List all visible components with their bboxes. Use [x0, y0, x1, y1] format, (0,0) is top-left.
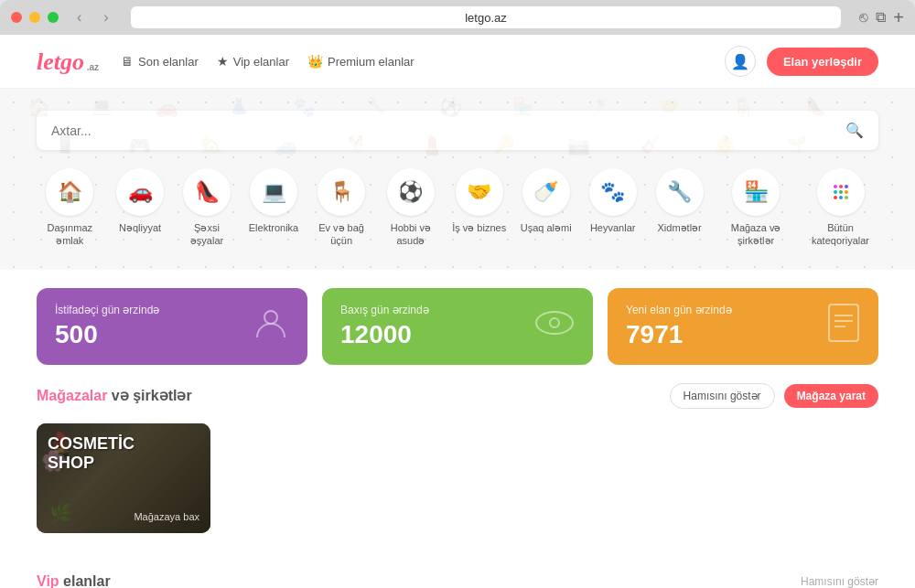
stores-title-suffix: şirkətlər — [133, 388, 191, 403]
category-hobbi[interactable]: ⚽ Hobbi və asudə — [380, 168, 442, 248]
svg-point-7 — [839, 196, 843, 199]
stats-section: İstifadəçi gün ərzində 500 Baxış gün ərz… — [0, 270, 915, 383]
category-is-biznes[interactable]: 🤝 İş və biznes — [449, 168, 509, 248]
hamsi-goster-button[interactable]: Hamısını göstər — [670, 383, 775, 409]
vip-hamsi-label[interactable]: Hamısını göstər — [801, 575, 878, 588]
category-elektronika[interactable]: 💻 Elektronika — [244, 168, 304, 248]
cat-label-hobbi: Hobbi və asudə — [380, 221, 442, 248]
doc-stat-icon — [827, 303, 860, 350]
store-name: COSMETİCSHOP — [48, 434, 199, 474]
cat-label-elektronika: Elektronika — [249, 221, 298, 234]
hero-section: 🏠 💻 🚗 👗 🐾 🔧 ⚽ 🏪 🍼 🤝 🪑 👠 📱 🎮 🏡 🚙 🐕 💄 🔑 — [0, 89, 915, 270]
svg-point-8 — [845, 196, 848, 199]
cat-icon-hobbi: ⚽ — [387, 168, 435, 216]
category-sexsi[interactable]: 👠 Şəxsi əşyalar — [178, 168, 237, 248]
stat-elan-value: 7971 — [626, 320, 732, 349]
svg-point-11 — [550, 318, 559, 327]
stores-header: Mağazalar və şirkətlər Hamısını göstər M… — [37, 383, 878, 409]
user-stat-icon — [253, 305, 289, 348]
svg-point-5 — [845, 190, 848, 194]
browser-window: ‹ › letgo.az ⎋ ⧉ + letgo .az 🖥 Son elanl… — [0, 0, 915, 588]
stores-title: Mağazalar və şirkətlər — [37, 387, 192, 404]
nav-vip-elanlar-label: Vip elanlar — [233, 55, 289, 69]
svg-point-10 — [536, 312, 573, 334]
stores-title-prefix: Mağazalar — [37, 388, 107, 403]
share-button[interactable]: ⎋ — [859, 9, 868, 26]
magaza-yarat-button[interactable]: Mağaza yarat — [784, 384, 878, 408]
logo-text: letgo — [37, 48, 84, 75]
stat-istifadeci-text: İstifadəçi gün ərzində 500 — [55, 304, 159, 349]
stat-baxis-value: 12000 — [340, 320, 429, 349]
cat-label-is-biznes: İş və biznes — [452, 221, 506, 234]
category-dasinmaz[interactable]: 🏠 Daşınmaz əmlak — [37, 168, 103, 248]
cat-label-usaq: Uşaq aləmi — [521, 221, 572, 234]
cat-label-heyvanlar: Heyvanlar — [590, 221, 636, 234]
cat-icon-sexsi: 👠 — [183, 168, 231, 216]
svg-point-6 — [834, 196, 837, 199]
svg-point-3 — [834, 190, 837, 194]
vip-header: Vip elanlar Hamısını göstər — [37, 573, 878, 588]
nav-son-elanlar-label: Son elanlar — [138, 55, 199, 69]
category-usaq[interactable]: 🍼 Uşaq aləmi — [516, 168, 576, 248]
svg-point-4 — [839, 190, 843, 194]
address-bar[interactable]: letgo.az — [131, 6, 842, 28]
duplicate-button[interactable]: ⧉ — [876, 9, 886, 26]
cat-label-ev-bag: Ev və bağ üçün — [311, 221, 372, 248]
category-ev-bag[interactable]: 🪑 Ev və bağ üçün — [311, 168, 372, 248]
star-icon: ★ — [217, 54, 229, 69]
logo-suffix: .az — [87, 63, 99, 72]
cat-label-sexsi: Şəxsi əşyalar — [178, 221, 237, 248]
logo[interactable]: letgo .az — [37, 48, 99, 74]
vip-title-prefix: Vip — [37, 573, 59, 588]
cat-label-butun: Bütün kateqoriyalar — [802, 221, 878, 248]
category-magaza[interactable]: 🏪 Mağaza və şirkətlər — [716, 168, 795, 248]
store-link[interactable]: Mağazaya bax — [134, 511, 199, 522]
stat-elan-text: Yeni elan gün ərzində 7971 — [626, 304, 732, 349]
close-dot[interactable] — [11, 12, 22, 23]
eye-stat-icon — [534, 309, 575, 344]
search-bar: 🔍 — [37, 111, 878, 150]
stores-actions: Hamısını göstər Mağaza yarat — [670, 383, 878, 409]
category-heyvanlar[interactable]: 🐾 Heyvanlar — [583, 168, 642, 248]
url-text: letgo.az — [465, 11, 507, 25]
category-xidmetler[interactable]: 🔧 Xidmətlər — [650, 168, 709, 248]
cat-icon-heyvanlar: 🐾 — [589, 168, 637, 216]
monitor-icon: 🖥 — [121, 54, 134, 69]
cat-label-magaza: Mağaza və şirkətlər — [716, 221, 795, 248]
nav-vip-elanlar[interactable]: ★ Vip elanlar — [217, 54, 289, 69]
back-button[interactable]: ‹ — [73, 9, 85, 26]
stat-baxis-text: Baxış gün ərzində 12000 — [340, 304, 429, 349]
store-card-bg: 💄 🌸 🌿 COSMETİCSHOP Mağazaya bax — [37, 423, 210, 533]
minimize-dot[interactable] — [29, 12, 40, 23]
stores-list: 💄 🌸 🌿 COSMETİCSHOP Mağazaya bax — [37, 423, 878, 533]
svg-point-0 — [834, 185, 837, 188]
browser-actions: ⎋ ⧉ + — [859, 7, 904, 28]
search-input[interactable] — [51, 123, 845, 138]
forward-button[interactable]: › — [100, 9, 112, 26]
store-card-cosmetic[interactable]: 💄 🌸 🌿 COSMETİCSHOP Mağazaya bax — [37, 423, 210, 533]
vip-title: Vip elanlar — [37, 573, 111, 588]
cat-label-neqliyyat: Nəqliyyat — [119, 221, 161, 234]
stores-section: Mağazalar və şirkətlər Hamısını göstər M… — [0, 383, 915, 551]
elan-yerleshdir-button[interactable]: Elan yerləşdir — [767, 48, 878, 76]
nav-links: 🖥 Son elanlar ★ Vip elanlar 👑 Premium el… — [121, 54, 703, 69]
stat-elan-label: Yeni elan gün ərzində — [626, 304, 732, 316]
page-content: letgo .az 🖥 Son elanlar ★ Vip elanlar 👑 … — [0, 35, 915, 588]
nav-premium-elanlar[interactable]: 👑 Premium elanlar — [307, 54, 414, 69]
category-neqliyyat[interactable]: 🚗 Nəqliyyat — [111, 168, 170, 248]
stat-baxis: Baxış gün ərzində 12000 — [322, 288, 593, 365]
svg-rect-12 — [829, 305, 858, 341]
nav-premium-elanlar-label: Premium elanlar — [328, 55, 414, 69]
add-tab-button[interactable]: + — [893, 7, 904, 28]
stat-istifadeci: İstifadəçi gün ərzində 500 — [37, 288, 307, 365]
user-icon-button[interactable]: 👤 — [725, 46, 756, 77]
cat-label-dasinmaz: Daşınmaz əmlak — [37, 221, 103, 248]
nav-son-elanlar[interactable]: 🖥 Son elanlar — [121, 54, 199, 69]
cat-icon-is-biznes: 🤝 — [456, 168, 503, 216]
stat-istifadeci-value: 500 — [55, 320, 159, 349]
cat-icon-elektronika: 💻 — [250, 168, 297, 216]
stat-istifadeci-label: İstifadəçi gün ərzində — [55, 304, 159, 316]
maximize-dot[interactable] — [48, 12, 59, 23]
stores-title-conjunction: və — [112, 388, 133, 403]
category-butun[interactable]: Bütün kateqoriyalar — [802, 168, 878, 248]
